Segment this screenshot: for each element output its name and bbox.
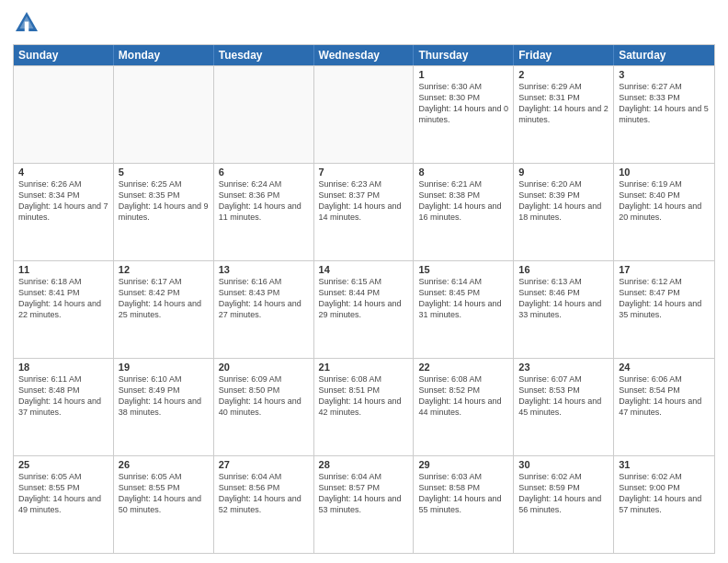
calendar-page: SundayMondayTuesdayWednesdayThursdayFrid… [0,0,728,563]
day-info: Sunrise: 6:05 AM Sunset: 8:55 PM Dayligh… [18,471,108,516]
calendar-cell: 27Sunrise: 6:04 AM Sunset: 8:56 PM Dayli… [214,456,314,553]
day-number: 30 [518,459,609,470]
svg-rect-2 [25,22,29,32]
day-info: Sunrise: 6:27 AM Sunset: 8:33 PM Dayligh… [619,81,710,126]
day-number: 14 [319,264,409,275]
calendar-cell: 1Sunrise: 6:30 AM Sunset: 8:30 PM Daylig… [414,66,514,163]
day-info: Sunrise: 6:19 AM Sunset: 8:40 PM Dayligh… [619,178,710,224]
calendar-cell: 30Sunrise: 6:02 AM Sunset: 8:59 PM Dayli… [514,456,614,553]
day-info: Sunrise: 6:14 AM Sunset: 8:45 PM Dayligh… [418,276,508,321]
calendar-cell: 31Sunrise: 6:02 AM Sunset: 9:00 PM Dayli… [614,456,714,553]
calendar-cell: 3Sunrise: 6:27 AM Sunset: 8:33 PM Daylig… [614,66,714,163]
day-number: 24 [619,362,710,373]
calendar-cell: 17Sunrise: 6:12 AM Sunset: 8:47 PM Dayli… [614,261,714,358]
day-info: Sunrise: 6:08 AM Sunset: 8:52 PM Dayligh… [418,373,508,419]
day-number: 2 [518,69,609,80]
day-number: 3 [619,69,710,80]
calendar-cell: 8Sunrise: 6:21 AM Sunset: 8:38 PM Daylig… [414,164,514,260]
calendar-cell: 23Sunrise: 6:07 AM Sunset: 8:53 PM Dayli… [514,359,614,455]
header-day-wednesday: Wednesday [314,45,415,65]
day-info: Sunrise: 6:02 AM Sunset: 9:00 PM Dayligh… [619,471,710,516]
day-number: 16 [518,264,609,275]
day-number: 28 [319,459,409,470]
calendar-row-1: 4Sunrise: 6:26 AM Sunset: 8:34 PM Daylig… [14,163,714,260]
day-info: Sunrise: 6:29 AM Sunset: 8:31 PM Dayligh… [518,81,609,126]
header-day-monday: Monday [114,45,214,65]
calendar-cell: 12Sunrise: 6:17 AM Sunset: 8:42 PM Dayli… [114,261,214,358]
calendar-cell: 18Sunrise: 6:11 AM Sunset: 8:48 PM Dayli… [14,359,114,455]
calendar-cell: 2Sunrise: 6:29 AM Sunset: 8:31 PM Daylig… [514,66,614,163]
calendar-cell [214,66,314,163]
day-number: 18 [18,362,108,373]
day-info: Sunrise: 6:09 AM Sunset: 8:50 PM Dayligh… [219,373,309,419]
calendar-cell: 24Sunrise: 6:06 AM Sunset: 8:54 PM Dayli… [614,359,714,455]
day-number: 31 [619,459,710,470]
calendar-cell: 19Sunrise: 6:10 AM Sunset: 8:49 PM Dayli… [114,359,214,455]
day-info: Sunrise: 6:18 AM Sunset: 8:41 PM Dayligh… [18,276,108,321]
day-info: Sunrise: 6:07 AM Sunset: 8:53 PM Dayligh… [518,373,609,419]
day-number: 23 [518,362,609,373]
calendar-cell: 14Sunrise: 6:15 AM Sunset: 8:44 PM Dayli… [314,261,415,358]
day-number: 17 [619,264,710,275]
day-info: Sunrise: 6:26 AM Sunset: 8:34 PM Dayligh… [18,178,108,224]
day-info: Sunrise: 6:21 AM Sunset: 8:38 PM Dayligh… [418,178,508,224]
day-number: 20 [219,362,309,373]
calendar-cell [314,66,415,163]
day-number: 21 [319,362,409,373]
day-info: Sunrise: 6:08 AM Sunset: 8:51 PM Dayligh… [319,373,409,419]
calendar-row-3: 18Sunrise: 6:11 AM Sunset: 8:48 PM Dayli… [14,358,714,455]
day-info: Sunrise: 6:13 AM Sunset: 8:46 PM Dayligh… [518,276,609,321]
day-info: Sunrise: 6:30 AM Sunset: 8:30 PM Dayligh… [418,81,508,126]
calendar-cell: 11Sunrise: 6:18 AM Sunset: 8:41 PM Dayli… [14,261,114,358]
day-info: Sunrise: 6:12 AM Sunset: 8:47 PM Dayligh… [619,276,710,321]
calendar-cell: 26Sunrise: 6:05 AM Sunset: 8:55 PM Dayli… [114,456,214,553]
logo [13,9,42,37]
calendar-cell: 4Sunrise: 6:26 AM Sunset: 8:34 PM Daylig… [14,164,114,260]
day-number: 11 [18,264,108,275]
calendar-cell: 16Sunrise: 6:13 AM Sunset: 8:46 PM Dayli… [514,261,614,358]
day-info: Sunrise: 6:15 AM Sunset: 8:44 PM Dayligh… [319,276,409,321]
header-day-sunday: Sunday [14,45,114,65]
calendar-row-4: 25Sunrise: 6:05 AM Sunset: 8:55 PM Dayli… [14,455,714,553]
calendar-cell [14,66,114,163]
calendar-cell: 6Sunrise: 6:24 AM Sunset: 8:36 PM Daylig… [214,164,314,260]
header-day-saturday: Saturday [614,45,714,65]
day-number: 6 [219,167,309,178]
calendar-cell: 10Sunrise: 6:19 AM Sunset: 8:40 PM Dayli… [614,164,714,260]
day-number: 27 [219,459,309,470]
header-day-friday: Friday [514,45,614,65]
day-info: Sunrise: 6:05 AM Sunset: 8:55 PM Dayligh… [119,471,209,516]
day-number: 5 [119,167,209,178]
calendar-cell: 21Sunrise: 6:08 AM Sunset: 8:51 PM Dayli… [314,359,415,455]
day-number: 26 [119,459,209,470]
day-info: Sunrise: 6:02 AM Sunset: 8:59 PM Dayligh… [518,471,609,516]
calendar-cell: 13Sunrise: 6:16 AM Sunset: 8:43 PM Dayli… [214,261,314,358]
day-info: Sunrise: 6:10 AM Sunset: 8:49 PM Dayligh… [119,373,209,419]
day-info: Sunrise: 6:04 AM Sunset: 8:56 PM Dayligh… [219,471,309,516]
day-number: 8 [418,167,508,178]
header-day-tuesday: Tuesday [214,45,314,65]
header-day-thursday: Thursday [414,45,514,65]
calendar-cell: 9Sunrise: 6:20 AM Sunset: 8:39 PM Daylig… [514,164,614,260]
day-info: Sunrise: 6:11 AM Sunset: 8:48 PM Dayligh… [18,373,108,419]
calendar-cell: 15Sunrise: 6:14 AM Sunset: 8:45 PM Dayli… [414,261,514,358]
calendar-cell: 22Sunrise: 6:08 AM Sunset: 8:52 PM Dayli… [414,359,514,455]
calendar-cell: 25Sunrise: 6:05 AM Sunset: 8:55 PM Dayli… [14,456,114,553]
calendar-cell: 7Sunrise: 6:23 AM Sunset: 8:37 PM Daylig… [314,164,415,260]
calendar-cell: 20Sunrise: 6:09 AM Sunset: 8:50 PM Dayli… [214,359,314,455]
day-number: 19 [119,362,209,373]
calendar-grid: SundayMondayTuesdayWednesdayThursdayFrid… [13,44,715,554]
calendar-row-2: 11Sunrise: 6:18 AM Sunset: 8:41 PM Dayli… [14,260,714,358]
calendar-row-0: 1Sunrise: 6:30 AM Sunset: 8:30 PM Daylig… [14,65,714,163]
day-info: Sunrise: 6:23 AM Sunset: 8:37 PM Dayligh… [319,178,409,224]
day-number: 1 [418,69,508,80]
calendar-header: SundayMondayTuesdayWednesdayThursdayFrid… [14,45,714,65]
logo-icon [13,9,40,37]
day-number: 22 [418,362,508,373]
day-info: Sunrise: 6:17 AM Sunset: 8:42 PM Dayligh… [119,276,209,321]
day-number: 29 [418,459,508,470]
day-info: Sunrise: 6:16 AM Sunset: 8:43 PM Dayligh… [219,276,309,321]
day-number: 12 [119,264,209,275]
day-number: 15 [418,264,508,275]
day-info: Sunrise: 6:06 AM Sunset: 8:54 PM Dayligh… [619,373,710,419]
